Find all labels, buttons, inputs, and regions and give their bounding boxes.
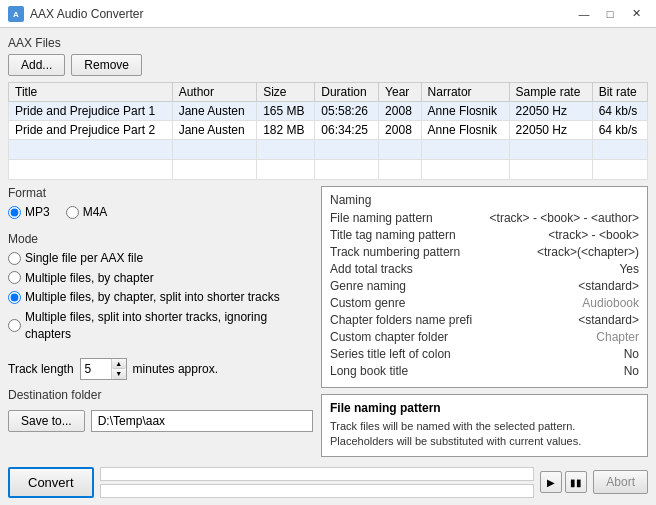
naming-box: Naming File naming pattern<track> - <boo…	[321, 186, 648, 388]
table-cell: Jane Austen	[172, 102, 257, 121]
app-icon: A	[8, 6, 24, 22]
naming-label: Naming	[330, 193, 639, 207]
window-title: AAX Audio Converter	[30, 7, 143, 21]
title-bar-left: A AAX Audio Converter	[8, 6, 143, 22]
table-cell: 05:58:26	[315, 102, 379, 121]
abort-button[interactable]: Abort	[593, 470, 648, 494]
table-empty-row	[9, 140, 648, 160]
naming-row: File naming pattern<track> - <book> - <a…	[330, 211, 639, 225]
naming-value: No	[624, 347, 639, 361]
table-cell: Pride and Prejudice Part 2	[9, 121, 173, 140]
main-content: AAX Files Add... Remove TitleAuthorSizeD…	[0, 28, 656, 505]
track-length-label: Track length	[8, 362, 74, 376]
format-section: Format MP3 M4A	[8, 186, 313, 224]
format-m4a-label: M4A	[83, 204, 108, 221]
naming-value: No	[624, 364, 639, 378]
track-length-section: Track length ▲ ▼ minutes approx.	[8, 354, 313, 380]
naming-key: Add total tracks	[330, 262, 413, 276]
maximize-button[interactable]: □	[598, 4, 622, 24]
table-header-cell: Bit rate	[592, 83, 647, 102]
remove-button[interactable]: Remove	[71, 54, 142, 76]
destination-section: Destination folder Save to... D:\Temp\aa…	[8, 388, 313, 432]
mode-single[interactable]: Single file per AAX file	[8, 250, 313, 267]
mode-by-chapter[interactable]: Multiple files, by chapter	[8, 270, 313, 287]
mode-label: Mode	[8, 232, 313, 246]
naming-value: <track>(<chapter>)	[537, 245, 639, 259]
left-panel: Format MP3 M4A Mode Single file per	[8, 186, 313, 457]
mode-ignore-chapters[interactable]: Multiple files, split into shorter track…	[8, 309, 313, 343]
progress-bar-2	[100, 484, 535, 498]
table-cell: 165 MB	[257, 102, 315, 121]
table-header-cell: Narrator	[421, 83, 509, 102]
naming-value: Chapter	[596, 330, 639, 344]
naming-key: Long book title	[330, 364, 408, 378]
naming-key: Chapter folders name prefi	[330, 313, 472, 327]
naming-rows: File naming pattern<track> - <book> - <a…	[330, 211, 639, 378]
format-mp3-radio[interactable]	[8, 206, 21, 219]
naming-value: <standard>	[578, 279, 639, 293]
aax-files-label: AAX Files	[8, 36, 648, 50]
destination-label: Destination folder	[8, 388, 313, 402]
table-row[interactable]: Pride and Prejudice Part 1Jane Austen165…	[9, 102, 648, 121]
close-button[interactable]: ✕	[624, 4, 648, 24]
table-header: TitleAuthorSizeDurationYearNarratorSampl…	[9, 83, 648, 102]
format-mp3[interactable]: MP3	[8, 204, 50, 221]
naming-key: Custom chapter folder	[330, 330, 448, 344]
table-cell: 22050 Hz	[509, 102, 592, 121]
table-cell: 06:34:25	[315, 121, 379, 140]
naming-row: Title tag naming pattern<track> - <book>	[330, 228, 639, 242]
format-radio-group: MP3 M4A	[8, 204, 313, 224]
destination-row: Save to... D:\Temp\aax	[8, 410, 313, 432]
table-cell: 64 kb/s	[592, 121, 647, 140]
table-cell: 182 MB	[257, 121, 315, 140]
track-length-down[interactable]: ▼	[112, 369, 126, 379]
naming-key: Title tag naming pattern	[330, 228, 456, 242]
table-cell: Anne Flosnik	[421, 102, 509, 121]
table-cell: 22050 Hz	[509, 121, 592, 140]
bottom-bar: Convert ▶ ▮▮ Abort	[8, 467, 648, 498]
format-m4a-radio[interactable]	[66, 206, 79, 219]
mode-split-shorter[interactable]: Multiple files, by chapter, split into s…	[8, 289, 313, 306]
table-header-cell: Sample rate	[509, 83, 592, 102]
track-length-input[interactable]	[81, 360, 111, 378]
table-empty-row	[9, 160, 648, 180]
format-label: Format	[8, 186, 313, 200]
naming-value: Yes	[619, 262, 639, 276]
table-row[interactable]: Pride and Prejudice Part 2Jane Austen182…	[9, 121, 648, 140]
naming-row: Chapter folders name prefi<standard>	[330, 313, 639, 327]
convert-button[interactable]: Convert	[8, 467, 94, 498]
table-cell: 64 kb/s	[592, 102, 647, 121]
mode-by-chapter-radio[interactable]	[8, 271, 21, 284]
mode-ignore-chapters-radio[interactable]	[8, 319, 21, 332]
minimize-button[interactable]: —	[572, 4, 596, 24]
file-naming-title: File naming pattern	[330, 401, 639, 415]
naming-value: <standard>	[578, 313, 639, 327]
naming-row: Long book titleNo	[330, 364, 639, 378]
progress-bar-1	[100, 467, 535, 481]
aax-files-section: AAX Files Add... Remove TitleAuthorSizeD…	[8, 36, 648, 180]
add-button[interactable]: Add...	[8, 54, 65, 76]
aax-files-buttons: Add... Remove	[8, 54, 648, 76]
naming-value: <track> - <book>	[548, 228, 639, 242]
track-length-row: Track length ▲ ▼ minutes approx.	[8, 358, 313, 380]
naming-key: Genre naming	[330, 279, 406, 293]
mode-split-shorter-radio[interactable]	[8, 291, 21, 304]
table-header-cell: Author	[172, 83, 257, 102]
right-panel: Naming File naming pattern<track> - <boo…	[321, 186, 648, 457]
file-naming-desc: Track files will be named with the selec…	[330, 419, 639, 450]
progress-btn-2[interactable]: ▮▮	[565, 471, 587, 493]
progress-btn-1[interactable]: ▶	[540, 471, 562, 493]
track-length-up[interactable]: ▲	[112, 359, 126, 369]
naming-value: <track> - <book> - <author>	[490, 211, 639, 225]
naming-row: Custom genreAudiobook	[330, 296, 639, 310]
bottom-panels: Format MP3 M4A Mode Single file per	[8, 186, 648, 457]
save-to-button[interactable]: Save to...	[8, 410, 85, 432]
spinner-arrows: ▲ ▼	[111, 359, 126, 379]
table-header-cell: Year	[379, 83, 421, 102]
mode-single-radio[interactable]	[8, 252, 21, 265]
format-m4a[interactable]: M4A	[66, 204, 108, 221]
mode-section: Mode Single file per AAX file Multiple f…	[8, 232, 313, 346]
track-length-suffix: minutes approx.	[133, 362, 218, 376]
naming-row: Genre naming<standard>	[330, 279, 639, 293]
table-header-cell: Size	[257, 83, 315, 102]
